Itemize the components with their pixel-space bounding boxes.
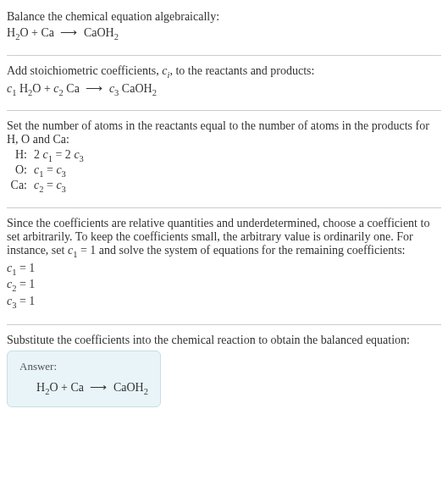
coeff-sub: 3 xyxy=(62,185,66,194)
eq-text: H xyxy=(36,381,45,394)
coeff-row: c1 = 1 xyxy=(7,261,441,278)
coeff-list: c1 = 1 c2 = 1 c3 = 1 xyxy=(7,259,441,312)
text: = 1 xyxy=(16,262,35,274)
atom-eq: c2 = c3 xyxy=(34,179,441,194)
stoich-title: Add stoichiometric coefficients, ci, to … xyxy=(7,64,441,80)
text: CaOH xyxy=(119,82,152,95)
text: = xyxy=(43,163,56,176)
divider xyxy=(7,207,441,208)
problem-title: Balance the chemical equation algebraica… xyxy=(7,10,441,24)
section-stoichiometric: Add stoichiometric coefficients, ci, to … xyxy=(7,61,441,106)
eq-text: O + Ca xyxy=(49,381,86,394)
answer-box: Answer: H2O + Ca ⟶ CaOH2 xyxy=(7,351,161,407)
solve-text: Since the coefficients are relative quan… xyxy=(7,217,441,259)
arrow-icon: ⟶ xyxy=(57,25,80,40)
divider xyxy=(7,55,441,56)
eq-text: CaOH xyxy=(80,26,113,39)
arrow-icon: ⟶ xyxy=(82,81,106,96)
text: = 1 xyxy=(16,278,35,290)
text: Ca xyxy=(64,82,83,95)
section-solve: Since the coefficients are relative quan… xyxy=(7,213,441,319)
section-atoms: Set the number of atoms in the reactants… xyxy=(7,116,441,202)
atom-label: Ca: xyxy=(7,179,27,194)
text: = xyxy=(43,179,56,191)
answer-label: Answer: xyxy=(19,360,148,373)
coeff: c xyxy=(106,82,114,95)
text: H xyxy=(16,82,28,95)
arrow-icon: ⟶ xyxy=(86,380,110,395)
section-problem: Balance the chemical equation algebraica… xyxy=(7,7,441,50)
section-answer: Substitute the coefficients into the che… xyxy=(7,330,441,414)
text: 2 xyxy=(34,148,43,161)
atom-label: O: xyxy=(7,163,27,179)
text: , to the reactants and products: xyxy=(169,64,314,77)
eq-sub: 2 xyxy=(144,387,148,396)
text: = 2 xyxy=(53,148,74,161)
atom-table: H: 2 c1 = 2 c3 O: c1 = c3 Ca: c2 = c3 xyxy=(7,146,441,195)
coeff-row: c3 = 1 xyxy=(7,294,441,311)
atom-label: H: xyxy=(7,148,27,163)
text: = 1 and solve the system of equations fo… xyxy=(77,244,405,257)
coeff-row: c2 = 1 xyxy=(7,277,441,294)
divider xyxy=(7,324,441,325)
coeff-sub: 3 xyxy=(62,169,66,179)
text: O + xyxy=(32,82,53,95)
eq-text: CaOH xyxy=(110,381,143,394)
atoms-title: Set the number of atoms in the reactants… xyxy=(7,119,441,146)
answer-equation: H2O + Ca ⟶ CaOH2 xyxy=(19,378,148,398)
eq-sub: 2 xyxy=(114,32,119,41)
answer-title: Substitute the coefficients into the che… xyxy=(7,334,441,347)
eq-text: H xyxy=(7,26,15,39)
problem-equation: H2O + Ca ⟶ CaOH2 xyxy=(7,24,441,43)
text: = 1 xyxy=(16,295,35,307)
coeff-sub: 3 xyxy=(80,154,84,163)
stoich-equation: c1 H2O + c2 Ca ⟶ c3 CaOH2 xyxy=(7,80,441,99)
eq-text: O + Ca xyxy=(19,26,57,39)
text: Add stoichiometric coefficients, xyxy=(7,64,162,77)
divider xyxy=(7,110,441,111)
eq-sub: 2 xyxy=(152,87,157,97)
atom-eq: c1 = c3 xyxy=(34,163,441,179)
atom-eq: 2 c1 = 2 c3 xyxy=(34,148,441,163)
